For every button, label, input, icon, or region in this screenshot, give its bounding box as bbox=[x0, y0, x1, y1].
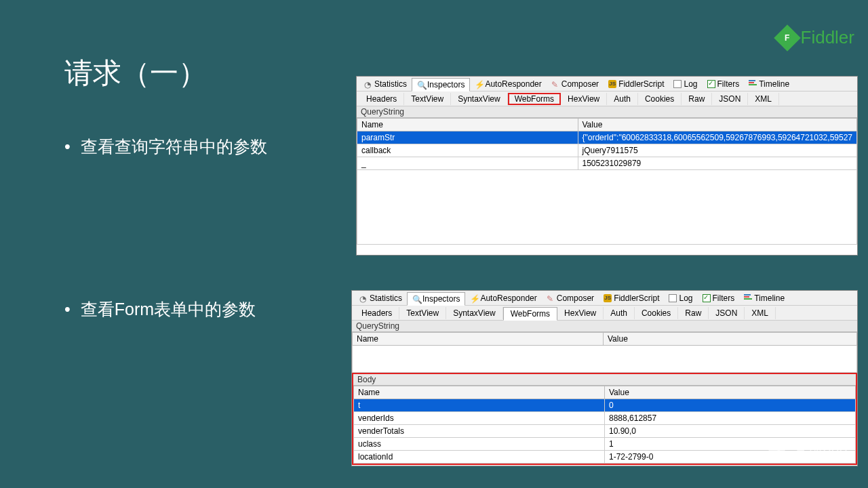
cell-name: venderTotals bbox=[354, 425, 605, 438]
tab-autoresponder[interactable]: ⚡AutoResponder bbox=[465, 292, 541, 304]
lens-icon: 🔍 bbox=[412, 295, 420, 303]
tab-fiddlerscript[interactable]: JSFiddlerScript bbox=[599, 292, 664, 304]
bullet-text: 查看查询字符串中的参数 bbox=[81, 137, 267, 156]
table-row[interactable]: paramStr {"orderId":"60062833318,6006556… bbox=[357, 131, 857, 144]
subtab-syntaxview[interactable]: SyntaxView bbox=[446, 307, 502, 319]
main-tab-row: ◔Statistics 🔍Inspectors ⚡AutoResponder ✎… bbox=[352, 291, 857, 306]
script-icon: JS bbox=[608, 80, 616, 88]
tab-autoresponder[interactable]: ⚡AutoResponder bbox=[470, 78, 546, 90]
bullet-querystring: • 查看查询字符串中的参数 bbox=[64, 136, 267, 158]
bullet-form: • 查看Form表单中的参数 bbox=[64, 298, 256, 321]
tab-filters[interactable]: Filters bbox=[698, 292, 740, 304]
brand-name: Fiddler bbox=[801, 27, 854, 48]
empty-area bbox=[352, 346, 857, 373]
col-value[interactable]: Value bbox=[578, 119, 857, 131]
table-row[interactable]: callback jQuery7911575 bbox=[357, 144, 857, 157]
subtab-textview[interactable]: TextView bbox=[399, 307, 446, 319]
stats-icon: ◔ bbox=[359, 294, 368, 302]
cell-name: uclass bbox=[354, 438, 605, 451]
cell-name: venderIds bbox=[354, 412, 605, 425]
col-name[interactable]: Name bbox=[353, 333, 604, 346]
cell-value: {"orderId":"60062833318,60065562509,5926… bbox=[578, 131, 857, 144]
cell-name: t bbox=[354, 399, 605, 412]
tab-log[interactable]: Log bbox=[669, 78, 702, 90]
tab-composer[interactable]: ✎Composer bbox=[542, 292, 599, 304]
bullet-dot: • bbox=[64, 137, 71, 156]
querystring-label: QueryString bbox=[352, 321, 857, 332]
table-header: Name Value bbox=[354, 386, 856, 399]
timeline-icon bbox=[749, 80, 757, 88]
pencil-icon: ✎ bbox=[551, 80, 559, 88]
log-icon bbox=[669, 294, 677, 302]
cell-value: 8888,612857 bbox=[605, 412, 856, 425]
tab-timeline[interactable]: Timeline bbox=[744, 78, 794, 90]
col-name[interactable]: Name bbox=[354, 386, 605, 399]
tab-inspectors[interactable]: 🔍Inspectors bbox=[412, 78, 470, 92]
subtab-headers[interactable]: Headers bbox=[355, 307, 399, 319]
subtab-json[interactable]: JSON bbox=[709, 307, 745, 319]
tab-log[interactable]: Log bbox=[664, 292, 697, 304]
bolt-icon: ⚡ bbox=[475, 80, 483, 88]
slide-title: 请求（一） bbox=[64, 54, 207, 92]
body-label: Body bbox=[353, 374, 856, 386]
subtab-syntaxview[interactable]: SyntaxView bbox=[451, 93, 507, 105]
stats-icon: ◔ bbox=[364, 80, 372, 88]
watermark-text: 发现bug bbox=[793, 441, 848, 461]
querystring-table: Name Value paramStr {"orderId":"60062833… bbox=[357, 118, 857, 170]
tab-filters[interactable]: Filters bbox=[703, 78, 745, 90]
querystring-table: Name Value bbox=[352, 332, 857, 346]
log-icon bbox=[673, 80, 682, 88]
cell-name: callback bbox=[357, 144, 578, 157]
subtab-hexview[interactable]: HexView bbox=[557, 307, 604, 319]
fiddler-icon: F bbox=[774, 24, 801, 52]
cell-value: 10.90,0 bbox=[605, 425, 856, 438]
subtab-auth[interactable]: Auth bbox=[604, 307, 635, 319]
subtab-raw[interactable]: Raw bbox=[678, 307, 709, 319]
main-tab-row: ◔Statistics 🔍Inspectors ⚡AutoResponder ✎… bbox=[357, 77, 857, 92]
table-row[interactable]: t 0 bbox=[354, 399, 856, 412]
bullet-text: 查看Form表单中的参数 bbox=[81, 300, 256, 319]
cell-value: 0 bbox=[605, 399, 856, 412]
subtab-webforms[interactable]: WebForms bbox=[503, 307, 557, 321]
col-name[interactable]: Name bbox=[357, 119, 578, 131]
subtab-headers[interactable]: Headers bbox=[359, 93, 404, 105]
subtab-xml[interactable]: XML bbox=[745, 307, 776, 319]
subtab-cookies[interactable]: Cookies bbox=[638, 93, 682, 105]
fiddler-panel-form: ◔Statistics 🔍Inspectors ⚡AutoResponder ✎… bbox=[351, 290, 858, 466]
lens-icon: 🔍 bbox=[417, 81, 425, 89]
cell-name: locationId bbox=[354, 451, 605, 464]
tab-composer[interactable]: ✎Composer bbox=[547, 78, 604, 90]
bolt-icon: ⚡ bbox=[470, 294, 478, 302]
table-header: Name Value bbox=[353, 333, 857, 346]
timeline-icon bbox=[744, 294, 752, 302]
querystring-label: QueryString bbox=[357, 106, 857, 118]
table-row[interactable]: venderTotals 10.90,0 bbox=[354, 425, 856, 438]
cell-name: paramStr bbox=[357, 131, 578, 144]
col-value[interactable]: Value bbox=[604, 333, 857, 346]
pencil-icon: ✎ bbox=[547, 294, 555, 302]
wechat-icon bbox=[768, 442, 789, 460]
script-icon: JS bbox=[604, 294, 612, 302]
tab-fiddlerscript[interactable]: JSFiddlerScript bbox=[604, 78, 669, 90]
filter-icon bbox=[707, 80, 715, 88]
brand-logo: F Fiddler bbox=[778, 27, 854, 48]
subtab-textview[interactable]: TextView bbox=[404, 93, 451, 105]
tab-statistics[interactable]: ◔Statistics bbox=[359, 78, 412, 90]
table-row[interactable]: _ 1505231029879 bbox=[357, 157, 857, 170]
subtab-hexview[interactable]: HexView bbox=[561, 93, 607, 105]
col-value[interactable]: Value bbox=[605, 386, 856, 399]
tab-inspectors[interactable]: 🔍Inspectors bbox=[407, 292, 465, 306]
bullet-dot: • bbox=[64, 300, 71, 319]
subtab-xml[interactable]: XML bbox=[748, 93, 779, 105]
tab-statistics[interactable]: ◔Statistics bbox=[355, 292, 407, 304]
table-row[interactable]: venderIds 8888,612857 bbox=[354, 412, 856, 425]
watermark: 发现bug bbox=[768, 441, 848, 461]
empty-area bbox=[357, 170, 857, 245]
subtab-webforms[interactable]: WebForms bbox=[508, 93, 561, 105]
subtab-auth[interactable]: Auth bbox=[607, 93, 638, 105]
table-header: Name Value bbox=[357, 119, 857, 131]
subtab-raw[interactable]: Raw bbox=[682, 93, 712, 105]
subtab-cookies[interactable]: Cookies bbox=[635, 307, 678, 319]
tab-timeline[interactable]: Timeline bbox=[739, 292, 789, 304]
subtab-json[interactable]: JSON bbox=[712, 93, 748, 105]
